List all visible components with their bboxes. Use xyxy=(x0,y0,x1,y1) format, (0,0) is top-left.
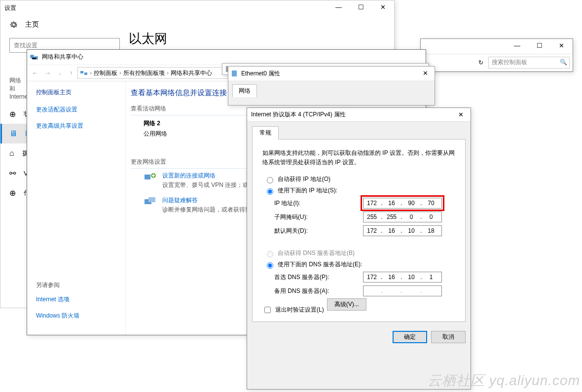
close-button[interactable]: ✕ xyxy=(416,67,435,80)
see-also-label: 另请参阅 xyxy=(36,281,116,289)
ethernet-properties-window: Ethernet0 属性 ✕ 网络 xyxy=(228,66,435,106)
change-sharing-link[interactable]: 更改高级共享设置 xyxy=(36,122,116,130)
close-button[interactable]: ✕ xyxy=(451,108,471,121)
dns1-label: 首选 DNS 服务器(P): xyxy=(274,273,363,282)
dns2-input[interactable]: . . . xyxy=(363,285,442,296)
change-adapter-link[interactable]: 更改适配器设置 xyxy=(36,106,116,114)
forward-button[interactable]: → xyxy=(43,70,53,76)
nav-item-dialup[interactable]: ⌂拨号 xyxy=(0,143,27,163)
page-title: 以太网 xyxy=(129,15,167,53)
gateway-label: 默认网关(D): xyxy=(274,227,363,235)
back-button[interactable]: ← xyxy=(30,70,40,76)
settings-home[interactable]: 主页 xyxy=(9,20,120,29)
up-button[interactable]: ↑ xyxy=(68,70,74,76)
svg-rect-3 xyxy=(84,72,87,75)
explorer-address-bar: ⌄ ↻ 搜索控制面板 🔍 xyxy=(421,54,573,71)
ncs-title: 网络和共享中心 xyxy=(38,53,426,61)
gear-icon xyxy=(9,20,18,29)
auto-ip-radio-input[interactable] xyxy=(267,177,273,183)
svg-rect-0 xyxy=(31,55,34,58)
maximize-button[interactable]: ☐ xyxy=(350,1,372,15)
svg-rect-2 xyxy=(80,71,83,73)
validate-label: 退出时验证设置(L) xyxy=(275,306,324,314)
nav-item-status[interactable]: ⊕状态 xyxy=(0,104,27,124)
network-icon xyxy=(30,53,38,61)
validate-checkbox[interactable] xyxy=(264,307,271,313)
nav-item-proxy[interactable]: ⊕代理 xyxy=(0,183,27,203)
ip-address-label: IP 地址(I): xyxy=(274,199,363,208)
svg-rect-7 xyxy=(148,197,155,202)
svg-rect-4 xyxy=(145,175,150,179)
subnet-mask-label: 子网掩码(U): xyxy=(274,213,363,221)
explorer-search-input[interactable]: 搜索控制面板 🔍 xyxy=(488,57,570,69)
network-icon xyxy=(80,69,88,77)
settings-home-label: 主页 xyxy=(25,20,39,29)
nav-section-label: 网络和 Internet xyxy=(0,67,27,104)
ipv4-properties-window: Internet 协议版本 4 (TCP/IPv4) 属性 ✕ 常规 如果网络支… xyxy=(247,107,471,390)
eth-props-title: Ethernet0 属性 xyxy=(238,70,416,78)
use-dns-radio-input[interactable] xyxy=(267,262,273,269)
minimize-button[interactable]: — xyxy=(506,39,528,53)
crumb-item[interactable]: 所有控制面板项 xyxy=(123,69,165,77)
settings-nav: 网络和 Internet ⊕状态 🖥以太网 ⌂拨号 ⚯VPN ⊕代理 xyxy=(0,67,27,308)
dns2-label: 备用 DNS 服务器(A): xyxy=(274,287,363,295)
explorer-window: — ☐ ✕ ⌄ ↻ 搜索控制面板 🔍 xyxy=(420,38,573,72)
proxy-icon: ⊕ xyxy=(9,188,16,198)
subnet-mask-input[interactable]: . . . xyxy=(363,212,442,222)
ethernet-icon: 🖥 xyxy=(9,129,17,138)
ipv4-description: 如果网络支持此功能，则可以获取自动指派的 IP 设置。否则，你需要从网络系统管理… xyxy=(262,148,455,167)
tab-network[interactable]: 网络 xyxy=(232,84,257,97)
use-ip-radio-input[interactable] xyxy=(267,188,273,195)
dns1-input[interactable]: . . . xyxy=(363,272,442,283)
ipv4-title: Internet 协议版本 4 (TCP/IPv4) 属性 xyxy=(247,110,451,119)
auto-dns-radio: 自动获得 DNS 服务器地址(B) xyxy=(264,249,455,257)
refresh-button[interactable]: ↻ xyxy=(475,59,486,66)
address-dropdown[interactable]: ⌄ xyxy=(424,59,473,66)
close-button[interactable]: ✕ xyxy=(550,39,573,53)
window-controls: — ☐ ✕ xyxy=(327,1,394,15)
crumb-item[interactable]: 控制面板 xyxy=(94,69,117,77)
troubleshoot-icon xyxy=(144,196,157,208)
windows-firewall-link[interactable]: Windows 防火墙 xyxy=(36,312,116,320)
setup-connection-icon xyxy=(144,172,157,183)
minimize-button[interactable]: — xyxy=(327,1,350,15)
internet-options-link[interactable]: Internet 选项 xyxy=(36,295,116,304)
settings-titlebar: 设置 — ☐ ✕ xyxy=(0,0,394,15)
ip-highlight: . . . xyxy=(361,195,444,211)
advanced-button[interactable]: 高级(V)... xyxy=(327,298,366,311)
close-button[interactable]: ✕ xyxy=(372,1,394,15)
ok-button[interactable]: 确定 xyxy=(393,331,427,343)
ip-address-input[interactable]: . . . xyxy=(363,198,442,209)
use-ip-radio[interactable]: 使用下面的 IP 地址(S): xyxy=(264,186,455,195)
settings-title: 设置 xyxy=(0,4,327,12)
dialup-icon: ⌂ xyxy=(9,149,14,158)
auto-ip-radio[interactable]: 自动获得 IP 地址(O) xyxy=(264,175,455,183)
explorer-titlebar: — ☐ ✕ xyxy=(421,39,573,54)
nav-item-vpn[interactable]: ⚯VPN xyxy=(0,163,27,183)
maximize-button[interactable]: ☐ xyxy=(528,39,550,53)
crumb-item[interactable]: 网络和共享中心 xyxy=(171,69,212,77)
auto-dns-radio-input xyxy=(267,251,273,257)
gateway-input[interactable]: . . . xyxy=(363,225,442,236)
control-panel-home-link[interactable]: 控制面板主页 xyxy=(36,88,116,97)
ncs-left-panel: 控制面板主页 更改适配器设置 更改高级共享设置 另请参阅 Internet 选项… xyxy=(27,81,126,335)
vpn-icon: ⚯ xyxy=(9,169,16,178)
recent-dropdown[interactable]: ⌄ xyxy=(56,70,65,76)
status-icon: ⊕ xyxy=(9,109,16,119)
use-dns-radio[interactable]: 使用下面的 DNS 服务器地址(E): xyxy=(264,260,455,269)
svg-rect-9 xyxy=(232,71,237,76)
adapter-icon xyxy=(230,70,238,77)
nav-item-ethernet[interactable]: 🖥以太网 xyxy=(0,124,27,143)
search-icon: 🔍 xyxy=(560,59,567,66)
tab-general[interactable]: 常规 xyxy=(252,126,279,140)
cancel-button[interactable]: 取消 xyxy=(431,331,466,343)
